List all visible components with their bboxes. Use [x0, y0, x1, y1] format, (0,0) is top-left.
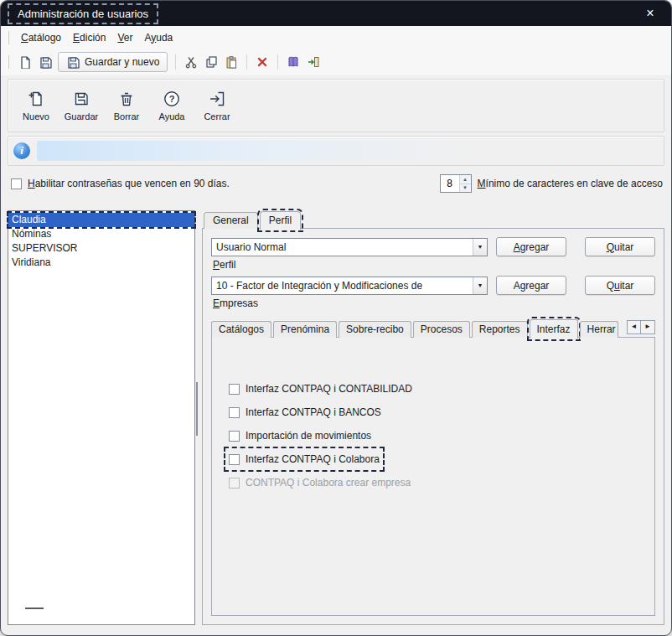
- menu-edicion[interactable]: Edición: [67, 29, 111, 46]
- tab-sobre-recibo[interactable]: Sobre-recibo: [339, 321, 411, 338]
- interfaz-bancos-checkbox[interactable]: [229, 407, 240, 418]
- tab-catalogos[interactable]: Catálogos: [211, 321, 271, 338]
- ayuda-button[interactable]: ? Ayuda: [151, 83, 193, 128]
- nuevo-button[interactable]: Nuevo: [15, 83, 57, 128]
- scissors-icon: [184, 55, 198, 69]
- detail-tabs: General Perfil: [202, 210, 664, 229]
- spin-up-button[interactable]: ▲: [460, 175, 471, 184]
- help-button[interactable]: [283, 52, 303, 72]
- borrar-button[interactable]: Borrar: [106, 83, 147, 128]
- exit-door-icon: [307, 55, 320, 69]
- menu-ver[interactable]: Ver: [111, 29, 138, 46]
- info-panel: i: [8, 136, 664, 166]
- perfil-tab-body: Usuario Normal ▼ Agregar Quitar Perfil 1…: [202, 228, 664, 625]
- svg-text:?: ?: [169, 94, 175, 104]
- interfaz-tab-body: Interfaz CONTPAQ i CONTABILIDAD Interfaz…: [211, 337, 655, 616]
- new-document-icon: [18, 55, 32, 69]
- window-title: Administración de usuarios: [11, 7, 155, 21]
- user-item-claudia[interactable]: Claudia: [8, 213, 194, 227]
- menubar-grip: [8, 31, 9, 44]
- save-icon: [72, 90, 90, 108]
- tab-prenomina[interactable]: Prenómina: [273, 321, 337, 338]
- quitar-perfil-button[interactable]: Quitar: [585, 237, 655, 256]
- save-button[interactable]: [35, 52, 55, 72]
- close-button[interactable]: ×: [636, 3, 664, 24]
- checkbox-row-colabora-crear-empresa: CONTPAQ i Colabora crear empresa: [229, 475, 411, 490]
- delete-x-icon: [256, 55, 269, 69]
- paste-button[interactable]: [221, 52, 241, 72]
- tab-reportes[interactable]: Reportes: [472, 321, 528, 338]
- tab-perfil[interactable]: Perfil: [260, 211, 301, 230]
- permission-tabs: Catálogos Prenómina Sobre-recibo Proceso…: [211, 318, 655, 338]
- save-icon: [39, 55, 52, 69]
- users-listbox: Claudia Nóminas SUPERVISOR Viridiana: [8, 210, 195, 625]
- save-and-new-button[interactable]: Guardar y nuevo: [58, 52, 168, 72]
- spin-down-button[interactable]: ▼: [460, 184, 471, 193]
- tab-procesos[interactable]: Procesos: [413, 321, 470, 338]
- spinner-buttons: ▲ ▼: [459, 175, 471, 192]
- user-item-nominas[interactable]: Nóminas: [8, 227, 194, 241]
- agregar-empresa-button[interactable]: Agregar: [496, 276, 566, 295]
- user-admin-window: Administración de usuarios × Catálogo Ed…: [0, 0, 672, 636]
- paste-icon: [225, 55, 238, 69]
- expire-passwords-label: Habilitar contraseñas que vencen en 90 d…: [28, 178, 230, 189]
- save-icon: [66, 55, 80, 69]
- importacion-movimientos-label: Importación de movimientos: [246, 430, 371, 442]
- empresas-combobox-value: 10 - Factor de Integración y Modificacio…: [212, 280, 473, 292]
- title-bar: Administración de usuarios ×: [1, 1, 671, 26]
- borrar-label: Borrar: [114, 111, 140, 122]
- cut-button[interactable]: [181, 52, 201, 72]
- user-item-supervisor[interactable]: SUPERVISOR: [8, 241, 194, 256]
- cerrar-button[interactable]: Cerrar: [196, 83, 238, 128]
- menu-catalogo[interactable]: Catálogo: [15, 29, 67, 46]
- ayuda-label: Ayuda: [159, 111, 185, 122]
- quitar-empresa-button[interactable]: Quitar: [585, 276, 655, 295]
- checkbox-row-contabilidad[interactable]: Interfaz CONTPAQ i CONTABILIDAD: [229, 381, 412, 396]
- checkbox-row-bancos[interactable]: Interfaz CONTPAQ i BANCOS: [229, 405, 381, 420]
- nuevo-label: Nuevo: [23, 111, 49, 122]
- dropdown-arrow-icon[interactable]: ▼: [473, 277, 487, 294]
- guardar-label: Guardar: [65, 111, 98, 122]
- save-and-new-label: Guardar y nuevo: [85, 56, 159, 68]
- tab-scroll-buttons: ◄ ►: [627, 320, 655, 334]
- decorative-dash: [25, 608, 44, 609]
- min-chars-label: Mínimo de caracteres en clave de acceso: [478, 178, 663, 189]
- guardar-button[interactable]: Guardar: [60, 83, 102, 128]
- exit-button[interactable]: [303, 52, 323, 72]
- menu-bar: Catálogo Edición Ver Ayuda: [1, 26, 671, 49]
- min-chars-spinner: ▲ ▼: [440, 174, 472, 193]
- copy-icon: [204, 55, 218, 69]
- agregar-perfil-button[interactable]: Agregar: [496, 237, 566, 256]
- copy-button[interactable]: [201, 52, 221, 72]
- checkbox-row-importacion[interactable]: Importación de movimientos: [229, 428, 371, 443]
- tab-general[interactable]: General: [204, 212, 258, 229]
- perfil-label: Perfil: [213, 259, 655, 271]
- dropdown-arrow-icon[interactable]: ▼: [473, 239, 487, 256]
- checkbox-row-colabora[interactable]: Interfaz CONTPAQ i Colabora: [229, 452, 380, 467]
- detail-panel: General Perfil Usuario Normal ▼ Agregar …: [202, 210, 664, 625]
- importacion-movimientos-checkbox[interactable]: [229, 431, 240, 442]
- perfil-combobox[interactable]: Usuario Normal ▼: [211, 238, 488, 256]
- help-question-icon: ?: [163, 90, 181, 108]
- interfaz-contabilidad-checkbox[interactable]: [229, 384, 240, 395]
- interfaz-colabora-checkbox[interactable]: [229, 454, 240, 465]
- user-item-viridiana[interactable]: Viridiana: [8, 256, 194, 270]
- delete-button[interactable]: [252, 52, 272, 72]
- tab-interfaz[interactable]: Interfaz: [530, 319, 578, 339]
- action-button-panel: Nuevo Guardar Borrar ? Ayuda Cerrar: [8, 79, 664, 132]
- min-chars-input[interactable]: [441, 175, 459, 192]
- toolbar-grip: [8, 55, 9, 69]
- interfaz-bancos-label: Interfaz CONTPAQ i BANCOS: [246, 406, 381, 418]
- exit-arrow-icon: [208, 90, 226, 108]
- new-document-button[interactable]: [15, 52, 35, 72]
- tab-herramientas[interactable]: Herrar: [580, 321, 618, 338]
- interfaz-contabilidad-label: Interfaz CONTPAQ i CONTABILIDAD: [246, 383, 412, 395]
- tab-scroll-right-button[interactable]: ►: [641, 320, 655, 334]
- cerrar-label: Cerrar: [204, 111, 230, 122]
- perfil-combobox-value: Usuario Normal: [212, 241, 473, 253]
- tab-scroll-left-button[interactable]: ◄: [627, 320, 641, 334]
- expire-passwords-checkbox[interactable]: [11, 178, 22, 189]
- empresas-combobox[interactable]: 10 - Factor de Integración y Modificacio…: [211, 277, 488, 295]
- info-message-bar: [37, 141, 659, 161]
- menu-ayuda[interactable]: Ayuda: [138, 29, 178, 46]
